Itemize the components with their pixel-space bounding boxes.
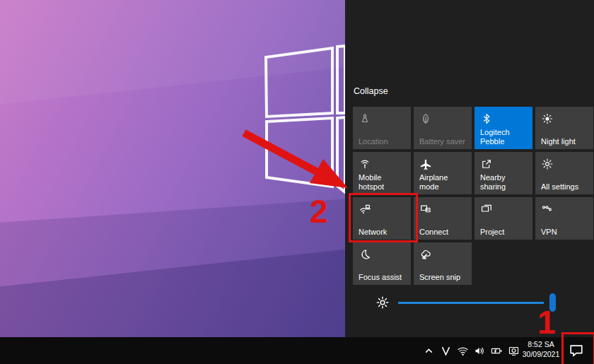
tile-label: Mobile hotspot (359, 173, 408, 191)
screen-snip-icon (419, 248, 432, 261)
taskbar: 8:52 SA 30/09/2021 (0, 337, 594, 364)
location-tile[interactable]: Location (353, 107, 411, 149)
night-light-tile[interactable]: Night light (535, 107, 593, 149)
network-icon (359, 203, 371, 216)
location-icon (359, 112, 371, 125)
action-center-panel: Collapse LocationBattery saverLogitech P… (345, 0, 594, 337)
nearby-sharing-tile[interactable]: Nearby sharing (474, 152, 532, 194)
all-settings-tile[interactable]: All settings (535, 152, 593, 194)
night-light-icon (541, 112, 554, 125)
tile-label: Night light (541, 137, 576, 146)
battery-charging-icon[interactable] (491, 345, 503, 357)
focus-assist-tile[interactable]: Focus assist (353, 242, 411, 285)
bluetooth-tile[interactable]: Logitech Pebble (474, 107, 532, 149)
airplane-mode-tile[interactable]: Airplane mode (414, 152, 472, 194)
project-icon (480, 203, 493, 216)
tile-label: Location (359, 137, 388, 146)
nearby-sharing-icon (480, 158, 493, 170)
brightness-slider-track[interactable] (398, 302, 544, 304)
chevron-up-icon[interactable] (423, 345, 435, 357)
system-tray (423, 337, 520, 364)
focus-assist-icon (359, 248, 371, 261)
clock-date: 30/09/2021 (520, 349, 561, 359)
tile-label: Focus assist (359, 273, 402, 282)
display-sync-icon[interactable] (508, 345, 520, 357)
tile-label: Logitech Pebble (480, 128, 530, 146)
battery-saver-icon (419, 112, 432, 125)
project-tile[interactable]: Project (474, 197, 532, 240)
tile-label: Screen snip (419, 273, 460, 282)
battery-saver-tile[interactable]: Battery saver (414, 107, 472, 149)
screen-snip-tile[interactable]: Screen snip (414, 242, 472, 285)
wifi-icon[interactable] (457, 345, 469, 357)
action-center-button[interactable] (568, 343, 585, 358)
clock-time: 8:52 SA (520, 339, 561, 349)
tile-label: Project (480, 228, 504, 237)
mobile-hotspot-icon (359, 158, 371, 170)
tile-label: Connect (419, 228, 448, 237)
tile-label: VPN (541, 228, 557, 237)
collapse-link[interactable]: Collapse (354, 86, 388, 96)
screen: Collapse LocationBattery saverLogitech P… (0, 0, 594, 364)
taskbar-clock[interactable]: 8:52 SA 30/09/2021 (520, 339, 561, 362)
vpn-icon (541, 203, 554, 216)
connect-tile[interactable]: Connect (414, 197, 472, 240)
tile-label: Network (359, 228, 387, 237)
bluetooth-icon (480, 112, 493, 125)
tile-label: Nearby sharing (480, 173, 530, 191)
tile-label: All settings (541, 182, 578, 192)
brightness-slider-thumb[interactable] (549, 293, 556, 312)
all-settings-icon (541, 158, 554, 170)
v-app-icon[interactable] (440, 345, 452, 357)
connect-icon (419, 203, 432, 216)
tile-label: Battery saver (419, 137, 465, 146)
brightness-sun-icon (375, 295, 390, 310)
mobile-hotspot-tile[interactable]: Mobile hotspot (353, 152, 411, 194)
airplane-mode-icon (419, 158, 432, 170)
tile-label: Airplane mode (419, 173, 469, 191)
volume-icon[interactable] (474, 345, 486, 357)
quick-actions-grid: LocationBattery saverLogitech PebbleNigh… (353, 107, 593, 285)
network-tile[interactable]: Network (353, 197, 411, 240)
vpn-tile[interactable]: VPN (535, 197, 593, 240)
